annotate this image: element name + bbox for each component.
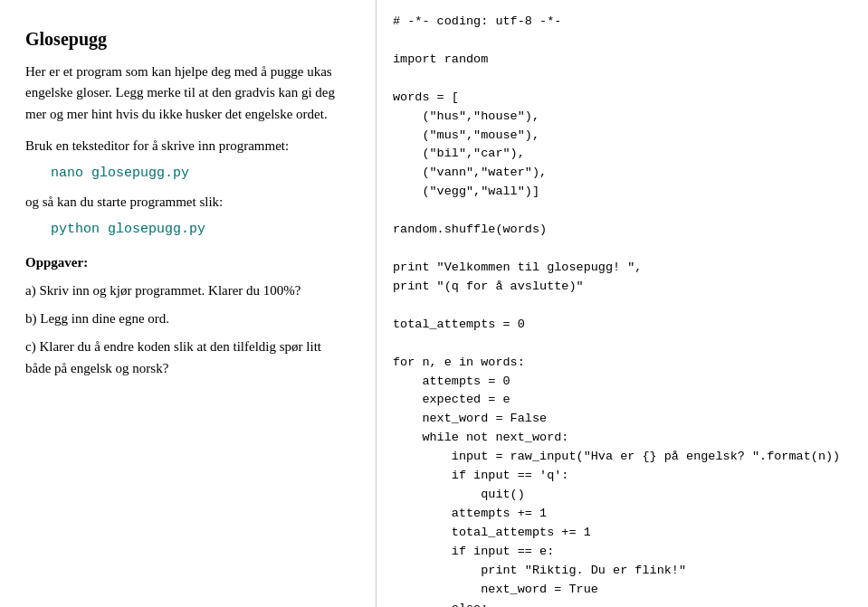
code-panel: # -*- coding: utf-8 -*- import random wo… bbox=[376, 0, 868, 607]
left-panel: Glosepugg Her er et program som kan hjel… bbox=[0, 0, 376, 607]
section1-text: Bruk en teksteditor for å skrive inn pro… bbox=[25, 136, 348, 156]
tasks-label: Oppgaver: bbox=[25, 252, 348, 273]
task-a: a) Skriv inn og kjør programmet. Klarer … bbox=[25, 280, 348, 301]
command1: nano glosepugg.py bbox=[51, 164, 348, 185]
code-block: # -*- coding: utf-8 -*- import random wo… bbox=[393, 13, 852, 607]
intro-text: Her er et program som kan hjelpe deg med… bbox=[25, 62, 348, 125]
task-b: b) Legg inn dine egne ord. bbox=[25, 308, 348, 329]
task-c: c) Klarer du å endre koden slik at den t… bbox=[25, 337, 348, 379]
command2: python glosepugg.py bbox=[51, 220, 348, 241]
page-title: Glosepugg bbox=[25, 25, 348, 52]
section2-text: og så kan du starte programmet slik: bbox=[25, 192, 348, 213]
